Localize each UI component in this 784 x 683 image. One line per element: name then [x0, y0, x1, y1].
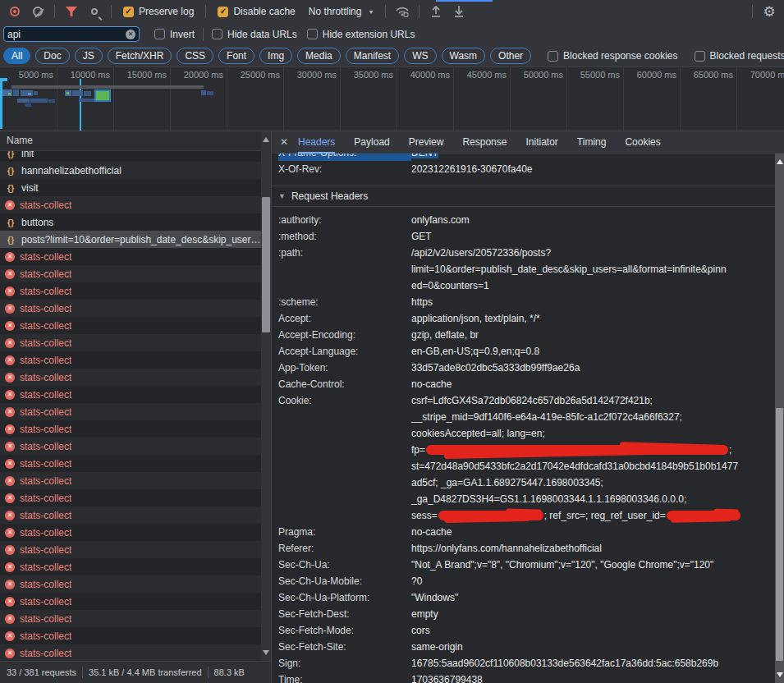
scroll-up-icon[interactable]	[777, 159, 783, 164]
filter-button[interactable]	[62, 2, 81, 21]
network-conditions-button[interactable]	[392, 2, 412, 21]
request-row[interactable]: ✕stats-collect	[0, 472, 271, 489]
requests-scrollbar[interactable]	[261, 131, 271, 661]
request-row[interactable]: ✕stats-collect	[0, 593, 271, 610]
scroll-down-icon[interactable]	[263, 650, 269, 655]
request-row[interactable]: ✕stats-collect	[0, 627, 271, 644]
request-row[interactable]: ✕stats-collect	[0, 334, 271, 351]
scroll-up-icon[interactable]	[263, 137, 269, 142]
request-row[interactable]: {}posts?limit=10&order=publish_date_desc…	[0, 231, 271, 248]
request-row[interactable]: ✕stats-collect	[0, 455, 271, 472]
request-row[interactable]: ✕stats-collect	[0, 644, 271, 661]
request-failed-icon: ✕	[5, 511, 15, 520]
import-har-button[interactable]	[426, 2, 446, 21]
request-row[interactable]: ✕stats-collect	[0, 265, 271, 282]
record-button[interactable]	[5, 2, 25, 21]
ruler-gridline	[680, 67, 681, 131]
request-row[interactable]: ✕stats-collect	[0, 610, 271, 627]
settings-gear-icon[interactable]: ⚙	[759, 2, 779, 21]
transferred-size: 35.1 kB / 4.4 MB transferred	[89, 667, 202, 677]
overview-selection-handle[interactable]	[0, 78, 7, 81]
filter-pill-fetch-xhr[interactable]: Fetch/XHR	[108, 48, 172, 64]
request-row[interactable]: {}hannahelizabethofficial	[0, 162, 271, 179]
ruler-tick-label: 35000 ms	[354, 70, 393, 80]
scroll-down-icon[interactable]	[777, 672, 783, 677]
filter-pill-js[interactable]: JS	[75, 48, 103, 64]
tab-preview[interactable]: Preview	[409, 131, 444, 154]
scrollbar-thumb[interactable]	[776, 408, 783, 661]
filter-pill-ws[interactable]: WS	[404, 48, 436, 64]
request-row[interactable]: ✕stats-collect	[0, 524, 271, 541]
tab-payload[interactable]: Payload	[354, 131, 389, 154]
request-headers-section[interactable]: ▼ Request Headers	[278, 186, 784, 206]
search-button[interactable]	[85, 2, 104, 21]
tab-timing[interactable]: Timing	[577, 131, 607, 154]
name-column-header[interactable]: Name	[0, 131, 271, 151]
request-row[interactable]: ✕stats-collect	[0, 300, 271, 317]
request-row[interactable]: ✕stats-collect	[0, 558, 271, 575]
hide-data-urls-checkbox[interactable]: Hide data URLs	[212, 29, 297, 40]
header-value: 1703636799438	[411, 672, 483, 683]
request-row[interactable]: ✕stats-collect	[0, 489, 271, 507]
request-row[interactable]: ✕stats-collect	[0, 438, 271, 455]
ruler-tick-label: 50000 ms	[524, 70, 563, 80]
filter-input[interactable]: api ✕	[3, 26, 140, 42]
tab-headers[interactable]: Headers	[298, 131, 335, 154]
request-name: stats-collect	[20, 613, 71, 625]
request-row[interactable]: ✕stats-collect	[0, 248, 271, 265]
header-name: X-Frame-Options:	[278, 154, 411, 161]
request-row[interactable]: {}init	[0, 151, 271, 162]
throttling-select[interactable]: No throttling ▼	[309, 6, 374, 17]
tab-response[interactable]: Response	[462, 131, 507, 154]
clear-button[interactable]	[28, 2, 48, 21]
hide-extension-urls-checkbox[interactable]: Hide extension URLs	[307, 29, 415, 40]
clear-filter-icon[interactable]: ✕	[126, 30, 135, 39]
filter-pill-css[interactable]: CSS	[177, 48, 213, 64]
request-row[interactable]: ✕stats-collect	[0, 317, 271, 334]
request-row[interactable]: ✕stats-collect	[0, 420, 271, 438]
header-row: :method:GET	[278, 228, 784, 245]
request-row[interactable]: ✕stats-collect	[0, 575, 271, 593]
request-row[interactable]: ✕stats-collect	[0, 351, 271, 369]
header-row: :scheme:https	[278, 294, 784, 310]
filter-pill-font[interactable]: Font	[218, 48, 254, 64]
request-row[interactable]: ✕stats-collect	[0, 541, 271, 558]
invert-checkbox[interactable]: Invert	[154, 29, 195, 40]
filter-pill-doc[interactable]: Doc	[35, 48, 69, 64]
network-conditions-icon	[395, 6, 410, 17]
scrollbar-thumb[interactable]	[262, 197, 270, 332]
header-value: /api2/v2/users/20572336/posts?limit=10&o…	[411, 245, 727, 294]
request-row[interactable]: ✕stats-collect	[0, 282, 271, 300]
blocked-requests-checkbox[interactable]: Blocked requests	[695, 50, 784, 62]
preserve-log-checkbox[interactable]: ✓ Preserve log	[123, 6, 194, 17]
header-row: Accept-Language:en-GB,en-US;q=0.9,en;q=0…	[278, 343, 784, 360]
filter-pill-img[interactable]: Img	[259, 48, 292, 64]
timeline-overview[interactable]: 5000 ms10000 ms15000 ms20000 ms25000 ms3…	[0, 67, 784, 131]
request-row[interactable]: {}visit	[0, 179, 271, 196]
request-row[interactable]: ✕stats-collect	[0, 369, 271, 386]
request-row[interactable]: {}buttons	[0, 213, 271, 231]
request-failed-icon: ✕	[5, 286, 15, 296]
request-row[interactable]: ✕stats-collect	[0, 386, 271, 403]
tab-initiator[interactable]: Initiator	[525, 131, 557, 154]
details-scrollbar[interactable]	[775, 154, 784, 683]
blocked-response-cookies-checkbox[interactable]: Blocked response cookies	[548, 50, 677, 62]
ruler-gridline	[227, 67, 227, 131]
filter-pill-media[interactable]: Media	[297, 48, 341, 64]
disable-cache-checkbox[interactable]: ✓ Disable cache	[218, 6, 295, 17]
tab-cookies[interactable]: Cookies	[625, 131, 660, 154]
request-row[interactable]: ✕stats-collect	[0, 196, 271, 213]
filter-pill-other[interactable]: Other	[490, 48, 531, 64]
filter-pill-all[interactable]: All	[3, 48, 30, 64]
close-details-icon[interactable]: ✕	[280, 136, 298, 148]
request-name: stats-collect	[20, 510, 71, 521]
request-row[interactable]: ✕stats-collect	[0, 403, 271, 420]
ruler-tick-label: 60000 ms	[637, 70, 676, 80]
export-har-button[interactable]	[449, 2, 469, 21]
filter-pill-wasm[interactable]: Wasm	[442, 48, 486, 64]
checkbox-icon	[548, 51, 558, 62]
request-name: stats-collect	[20, 596, 71, 607]
overview-selection-edge[interactable]	[0, 78, 2, 129]
filter-pill-manifest[interactable]: Manifest	[346, 48, 399, 64]
request-row[interactable]: ✕stats-collect	[0, 507, 271, 524]
